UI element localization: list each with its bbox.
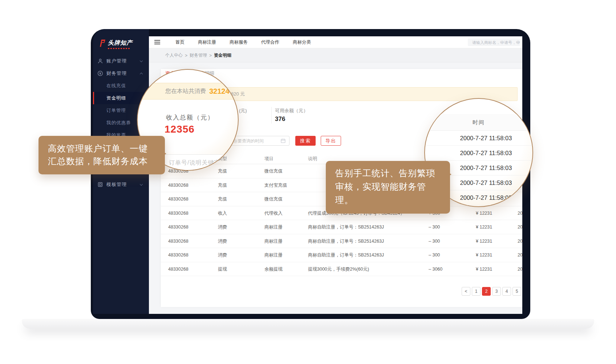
- user-icon: [97, 58, 103, 64]
- stats-divider: [271, 107, 272, 124]
- cell-description: 商标自助注册，订单号：SB2514263J: [308, 234, 384, 248]
- table-row: 48330268 消费 商标注册 商标自助注册，订单号：SB2514263J –…: [161, 220, 522, 234]
- cell-time: 2000-7-27 11:58:03: [518, 248, 522, 262]
- cell-type: 充值: [218, 164, 227, 178]
- trademark-search-input[interactable]: [468, 39, 520, 46]
- page-5-button[interactable]: 5: [512, 287, 521, 296]
- cell-order-number: 48330268: [168, 262, 189, 276]
- expense-total-unit: (元): [239, 108, 247, 114]
- magnified-time-cell: 2000-7-27 11:58:03: [425, 131, 532, 146]
- logo-title: 头牌知产: [108, 39, 133, 47]
- breadcrumb-section[interactable]: 财务管理: [190, 52, 207, 58]
- cell-project: 支付宝充值: [264, 178, 287, 193]
- cell-balance: ¥ 12231: [476, 248, 492, 262]
- cell-type: 提现: [218, 262, 227, 276]
- cell-project: 代理收入: [264, 206, 283, 221]
- logo-subtext-decoration: [108, 48, 130, 49]
- nav-item-trademark-register[interactable]: 商标注册: [198, 39, 216, 45]
- app-logo[interactable]: 头牌知产: [98, 39, 133, 49]
- cell-order-number: 48330268: [168, 178, 189, 193]
- cell-project: 商标注册: [264, 234, 283, 248]
- cell-description: 商标自助注册，订单号：SB2514263J: [308, 248, 384, 262]
- finance-icon: [97, 70, 103, 76]
- export-button[interactable]: 导出: [321, 136, 341, 146]
- template-icon: [97, 182, 103, 187]
- page-2-button[interactable]: 2: [482, 287, 491, 296]
- sidebar-item-account[interactable]: 账户管理: [93, 55, 149, 67]
- magnified-time-header: 时间: [425, 114, 532, 131]
- available-balance-value: 376: [275, 116, 285, 123]
- cell-description: 商标自助注册，订单号：SB2514263J: [308, 220, 384, 234]
- cell-type: 消费: [218, 220, 227, 234]
- pagination: < 1 2 3 4 5 >: [462, 287, 522, 296]
- cell-balance: ¥ 12231: [476, 220, 492, 234]
- magnified-notice-bar: 您在本站共消费 32124: [137, 83, 239, 100]
- calendar-icon[interactable]: [281, 138, 285, 143]
- magnified-notice-text: 您在本站共消费: [165, 88, 206, 95]
- callout-text: 高效管理账户订单、一键: [48, 142, 155, 155]
- cell-order-number: 48330268: [168, 248, 189, 262]
- sidebar-item-label: 财务管理: [106, 70, 127, 77]
- callout-left: 高效管理账户订单、一键 汇总数据，降低财务成本: [38, 136, 165, 174]
- sidebar-item-recharge[interactable]: 在线充值: [93, 80, 149, 92]
- breadcrumb-home[interactable]: 个人中心: [165, 52, 183, 58]
- cell-project: 微信充值: [264, 164, 283, 178]
- sidebar-item-label: 资金明细: [106, 95, 126, 101]
- prev-page-button[interactable]: <: [462, 287, 470, 296]
- table-row: 48330268 消费 商标注册 商标自助注册，订单号：SB2514263J –…: [161, 248, 522, 262]
- magnified-notice-amount: 32124: [209, 87, 230, 96]
- nav-item-agency[interactable]: 代理合作: [261, 39, 279, 45]
- page-1-button[interactable]: 1: [472, 287, 481, 296]
- chevron-down-icon: [140, 59, 143, 62]
- header-description: 说明: [308, 153, 317, 164]
- sidebar-item-label: 账户管理: [106, 58, 127, 64]
- sidebar-item-label: 订单管理: [106, 108, 126, 114]
- page-3-button[interactable]: 3: [492, 287, 501, 296]
- cell-type: 消费: [218, 248, 227, 262]
- table-row: 48330268 提现 余额提现 提现3000元，手续费2%(60元) – 30…: [161, 262, 522, 276]
- page-4-button[interactable]: 4: [502, 287, 511, 296]
- cell-project: 商标注册: [264, 220, 283, 234]
- hamburger-menu-icon[interactable]: [154, 40, 160, 44]
- header-project[interactable]: 项目: [264, 153, 269, 164]
- cell-project: 余额提现: [264, 262, 283, 276]
- sidebar-item-templates[interactable]: 模板管理: [93, 178, 149, 191]
- sidebar-item-finance[interactable]: 财务管理: [93, 67, 149, 80]
- callout-text: 理。: [335, 193, 441, 207]
- cell-balance: ¥ 12231: [476, 206, 492, 221]
- top-nav-menu: 首页 商标注册 商标服务 代理合作 商标分类: [175, 39, 311, 45]
- cell-type: 消费: [218, 234, 227, 248]
- nav-item-trademark-category[interactable]: 商标分类: [293, 39, 311, 45]
- callout-text: 告别手工统计、告别繁琐: [335, 166, 441, 180]
- magnified-income-label: 收入总额（元）: [166, 113, 214, 122]
- cell-amount: – 3060: [429, 262, 442, 276]
- breadcrumb: 个人中心 > 财务管理 > 资金明细: [149, 49, 522, 62]
- cell-time: 2000-7-27 11:58:03: [518, 262, 522, 276]
- cell-description: 提现3000元，手续费2%(60元): [308, 262, 369, 276]
- cell-time: 2000-7-27 11:58:03: [518, 220, 522, 234]
- cell-time: 2000-7-27 11:58:03: [518, 234, 522, 248]
- magnified-income-value: 12356: [165, 124, 195, 135]
- search-button[interactable]: 搜索: [295, 136, 316, 146]
- nav-item-trademark-service[interactable]: 商标服务: [230, 39, 248, 45]
- cell-order-number: 48330268: [168, 220, 189, 234]
- laptop-base: [22, 319, 594, 329]
- cell-order-number: 48330268: [168, 206, 189, 221]
- cell-amount: – 300: [429, 234, 440, 248]
- page-background: 头牌知产 账户管理 财务管理 在线充值: [0, 0, 616, 364]
- cell-order-number: 48330268: [168, 234, 189, 248]
- breadcrumb-separator: >: [209, 53, 212, 58]
- sidebar-item-label: 模板管理: [106, 181, 127, 188]
- breadcrumb-separator: >: [185, 53, 187, 58]
- cell-amount: – 300: [429, 220, 440, 234]
- cell-balance: ¥ 12231: [476, 262, 492, 276]
- sidebar-item-label: 我的优惠券: [106, 120, 131, 126]
- table-row: 48330268 消费 商标注册 商标自助注册，订单号：SB2514263J –…: [161, 234, 522, 248]
- logo-icon: [98, 39, 106, 47]
- nav-item-home[interactable]: 首页: [175, 39, 185, 45]
- cell-type: 收入: [218, 206, 227, 221]
- top-nav: 首页 商标注册 商标服务 代理合作 商标分类: [149, 36, 522, 48]
- magnified-time-cell: 2000-7-27 11:58:03: [425, 146, 532, 161]
- cell-type: 充值: [218, 178, 227, 193]
- cell-project: 商标注册: [264, 248, 283, 262]
